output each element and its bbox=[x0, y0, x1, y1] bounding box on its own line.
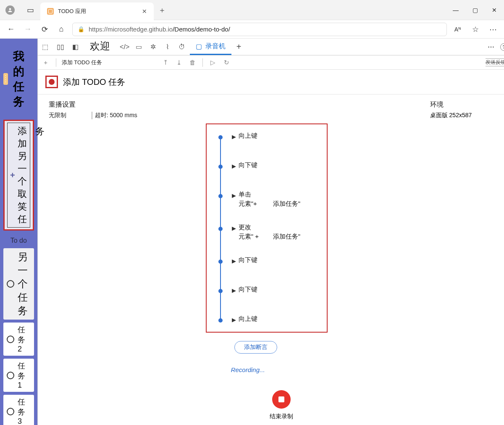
task-text: 任务 1 bbox=[18, 361, 31, 390]
replay-limit-value[interactable]: 无限制 bbox=[49, 112, 66, 119]
step-target: 添加任务" bbox=[273, 200, 300, 208]
elements-icon[interactable]: </> bbox=[119, 43, 130, 51]
timeline-step[interactable]: ▶向下键⋮ bbox=[206, 248, 504, 277]
refresh-button[interactable]: ⟳ bbox=[39, 24, 50, 35]
stop-recording-label: 结束录制 bbox=[38, 413, 504, 420]
performance-icon[interactable]: ⏱ bbox=[176, 43, 187, 51]
step-label: 向上键 bbox=[239, 315, 257, 323]
close-icon[interactable]: ✕ bbox=[142, 8, 147, 15]
home-button[interactable]: ⌂ bbox=[55, 24, 67, 35]
more-tools-button[interactable]: ⋯ bbox=[488, 43, 494, 51]
favorite-button[interactable]: ☆ bbox=[470, 24, 481, 35]
step-label: 向下键 bbox=[239, 286, 257, 294]
replay-settings-label: 重播设置 bbox=[49, 100, 430, 109]
close-window-button[interactable]: ✕ bbox=[485, 0, 504, 20]
task-checkbox[interactable] bbox=[7, 336, 14, 343]
window-titlebar: ▭ TODO 应用 ✕ ＋ — ▢ ✕ bbox=[0, 0, 504, 20]
timeout-value[interactable]: 超时: 5000 mms bbox=[92, 112, 137, 119]
step-dot bbox=[218, 318, 223, 323]
stop-recording-button[interactable] bbox=[272, 390, 291, 409]
task-text: 另一个任务 bbox=[18, 250, 31, 317]
task-item[interactable]: 任务 1 bbox=[3, 359, 34, 392]
task-checkbox[interactable] bbox=[7, 280, 14, 288]
step-target: 添加任务" bbox=[273, 233, 300, 241]
task-item[interactable]: 任务 3 bbox=[3, 395, 34, 425]
camera-icon: ▢ bbox=[196, 42, 202, 50]
back-button[interactable]: ← bbox=[5, 24, 17, 35]
delete-icon[interactable]: 🗑 bbox=[188, 59, 197, 66]
env-value[interactable]: 桌面版 252x587 bbox=[430, 112, 472, 119]
recording-breadcrumb[interactable]: 添加 TODO 任务 bbox=[62, 59, 102, 66]
task-text: 任务 3 bbox=[18, 397, 31, 425]
step-dot bbox=[218, 194, 223, 198]
step-dot bbox=[218, 289, 223, 293]
step-label: 向下键 bbox=[239, 161, 257, 169]
steps-timeline: ▶向上键⋮▶向下键⋮▶单击⋮元素"+添加任务"▶更改⋮元素" +添加任务"▶向下… bbox=[206, 123, 504, 336]
tab-welcome[interactable]: 欢迎 bbox=[83, 39, 117, 55]
inspect-icon[interactable]: ⬚ bbox=[38, 39, 53, 55]
minimize-button[interactable]: — bbox=[446, 0, 465, 20]
new-tab-button[interactable]: ＋ bbox=[154, 0, 171, 20]
timeline-step[interactable]: ▶向下键⋮ bbox=[206, 153, 504, 182]
recording-status: Recording... bbox=[231, 366, 504, 373]
tab-recorder[interactable]: ▢ 录音机 bbox=[190, 39, 231, 55]
network-icon[interactable]: ⌇ bbox=[162, 43, 173, 51]
task-item[interactable]: 任务 2 bbox=[3, 323, 34, 356]
clipboard-icon bbox=[3, 73, 8, 85]
chevron-right-icon[interactable]: ▶ bbox=[232, 225, 236, 231]
import-icon[interactable]: ⤓ bbox=[174, 59, 184, 66]
panel-left-icon[interactable]: ◧ bbox=[68, 39, 83, 55]
timeline-step[interactable]: ▶向上键⋮ bbox=[206, 123, 504, 153]
add-task-input[interactable]: + 添加另一个取笑任 务 bbox=[3, 120, 34, 231]
settings-menu-button[interactable]: ⋯ bbox=[487, 24, 499, 35]
timeline-step[interactable]: ▶更改⋮元素" +添加任务" bbox=[206, 215, 504, 248]
task-checkbox[interactable] bbox=[7, 372, 14, 379]
device-toggle-icon[interactable]: ▯▯ bbox=[53, 39, 68, 55]
export-icon[interactable]: ⤒ bbox=[161, 59, 170, 66]
console-icon[interactable]: ▭ bbox=[134, 43, 144, 51]
speed-icon[interactable]: ↻ bbox=[222, 59, 231, 66]
chevron-right-icon[interactable]: ▶ bbox=[232, 134, 236, 140]
lock-icon: 🔒 bbox=[78, 26, 84, 32]
url-text: https://microsoftedge.github.io/Demos/de… bbox=[89, 26, 230, 33]
tab-overview-icon[interactable]: ▭ bbox=[20, 0, 40, 20]
step-dot bbox=[218, 227, 223, 231]
timeline-step[interactable]: ▶单击⋮元素"+添加任务" bbox=[206, 182, 504, 215]
recorder-subbar: + 添加 TODO 任务 ⤒ ⤓ 🗑 ▷ ↻ 发送反馈 ? bbox=[38, 55, 504, 70]
tab-favicon bbox=[47, 8, 54, 15]
settings-button[interactable]: ? bbox=[500, 43, 504, 51]
chevron-right-icon[interactable]: ▶ bbox=[232, 163, 236, 169]
sources-icon[interactable]: ✲ bbox=[148, 43, 159, 51]
recording-title-row: 添加 TODO 任务 ✎ bbox=[38, 70, 504, 94]
browser-tab[interactable]: TODO 应用 ✕ bbox=[40, 3, 154, 20]
recording-title: 添加 TODO 任务 bbox=[63, 76, 126, 88]
send-feedback-link[interactable]: 发送反馈 bbox=[486, 58, 504, 66]
step-label: 单击 bbox=[239, 191, 251, 199]
chevron-right-icon[interactable]: ▶ bbox=[232, 287, 236, 294]
play-icon[interactable]: ▷ bbox=[208, 59, 218, 66]
forward-button: → bbox=[22, 24, 34, 35]
chevron-right-icon[interactable]: ▶ bbox=[232, 258, 236, 264]
section-header: To do bbox=[3, 233, 34, 245]
add-tab-button[interactable]: + bbox=[231, 39, 247, 55]
chevron-right-icon[interactable]: ▶ bbox=[232, 317, 236, 323]
chevron-right-icon[interactable]: ▶ bbox=[232, 192, 236, 199]
step-dot bbox=[218, 135, 223, 139]
add-step-icon[interactable]: + bbox=[41, 59, 50, 66]
app-sidebar: 我的任务 + 添加另一个取笑任 务 To do 另一个任务任务 2任务 1任务 … bbox=[0, 39, 37, 425]
timeline-step[interactable]: ▶向下键⋮ bbox=[206, 277, 504, 307]
plus-icon: + bbox=[10, 171, 15, 180]
devtools-panel: ⬚ ▯▯ ◧ 欢迎 </> ▭ ✲ ⌇ ⏱ ▢ 录音机 + ⋯ ? ✕ + bbox=[37, 39, 504, 425]
task-checkbox[interactable] bbox=[7, 408, 14, 415]
url-input[interactable]: 🔒 https://microsoftedge.github.io/Demos/… bbox=[72, 23, 447, 36]
profile-avatar[interactable] bbox=[0, 0, 20, 20]
read-aloud-button[interactable]: Aᴺ bbox=[452, 24, 464, 35]
add-assertion-button[interactable]: 添加断言 bbox=[234, 341, 277, 354]
timeline-step[interactable]: ▶向上键⋮ bbox=[206, 307, 504, 336]
maximize-button[interactable]: ▢ bbox=[465, 0, 485, 20]
task-item[interactable]: 另一个任务 bbox=[3, 248, 34, 320]
step-label: 更改 bbox=[239, 223, 251, 231]
devtools-tabbar: ⬚ ▯▯ ◧ 欢迎 </> ▭ ✲ ⌇ ⏱ ▢ 录音机 + ⋯ ? ✕ bbox=[38, 39, 504, 55]
step-label: 向上键 bbox=[239, 132, 257, 140]
task-text: 任务 2 bbox=[18, 325, 31, 354]
